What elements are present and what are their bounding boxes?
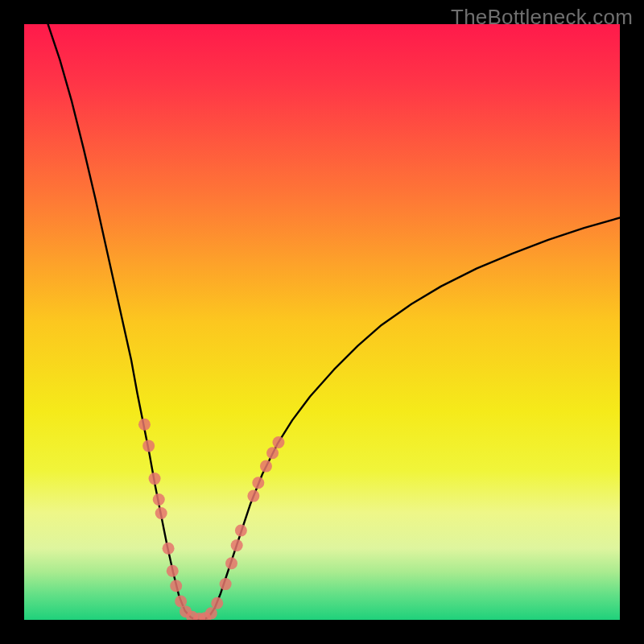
scatter-dot bbox=[225, 557, 237, 569]
gradient-background bbox=[24, 24, 620, 620]
scatter-dot bbox=[149, 473, 161, 485]
scatter-dot bbox=[170, 580, 182, 592]
scatter-dot bbox=[167, 565, 179, 577]
chart-frame: TheBottleneck.com bbox=[0, 0, 644, 644]
scatter-dot bbox=[231, 539, 243, 551]
scatter-dot bbox=[235, 525, 247, 537]
scatter-dot bbox=[272, 436, 284, 448]
scatter-dot bbox=[252, 477, 264, 489]
scatter-dot bbox=[220, 578, 232, 590]
scatter-dot bbox=[155, 507, 167, 519]
scatter-dot bbox=[153, 493, 165, 506]
scatter-dot bbox=[142, 440, 155, 452]
scatter-dot bbox=[247, 490, 259, 502]
scatter-dot bbox=[205, 607, 217, 619]
scatter-dot bbox=[163, 543, 175, 555]
chart-svg bbox=[24, 24, 620, 620]
plot-area bbox=[24, 24, 620, 620]
watermark-text: TheBottleneck.com bbox=[451, 5, 633, 30]
scatter-dot bbox=[266, 447, 279, 459]
scatter-dot bbox=[260, 460, 272, 473]
scatter-dot bbox=[211, 597, 223, 609]
scatter-dot bbox=[138, 419, 151, 431]
